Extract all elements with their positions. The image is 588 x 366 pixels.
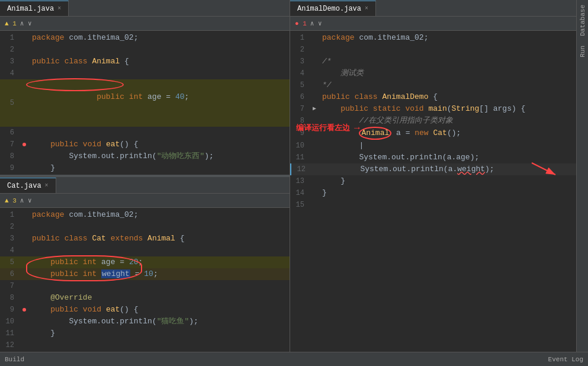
table-row: 9 Animal a = new Cat(); — [290, 127, 576, 140]
demo-nav-arrows[interactable]: ∧ ∨ — [310, 20, 322, 27]
table-row: 7 — [0, 280, 290, 292]
table-row: 2 — [0, 221, 290, 233]
tab-cat-java-label: Cat.java — [7, 182, 41, 190]
cat-tab-bar: Cat.java × — [0, 177, 290, 194]
table-row: 9 } — [0, 162, 290, 174]
cat-nav-arrows[interactable]: ∧ ∨ — [20, 197, 32, 204]
event-log-label[interactable]: Event Log — [548, 356, 583, 363]
table-row: 3 /* — [290, 56, 576, 68]
table-row: 13 } — [290, 175, 576, 187]
table-row: 10 System.out.println("猫吃鱼"); — [0, 316, 290, 328]
demo-error: ● 1 — [295, 20, 307, 27]
table-row: 9 public void eat() { — [0, 304, 290, 316]
table-row: 6 public class AnimalDemo { — [290, 91, 576, 103]
table-row: 7 public void eat() { — [0, 139, 290, 150]
tab-animal-demo-label: AnimalDemo.java — [297, 5, 361, 13]
tab-animal-java[interactable]: Animal.java × — [0, 1, 69, 16]
table-row: 4 测试类 — [290, 68, 576, 79]
build-label[interactable]: Build — [5, 356, 24, 363]
table-row: 1 package com.itheima_02; — [0, 32, 290, 44]
table-row: 2 — [290, 44, 576, 56]
demo-info-bar: ● 1 ∧ ∨ — [290, 17, 576, 31]
bottom-bar: Build Event Log — [0, 352, 588, 366]
table-row: 12 System.out.println(a.weight); — [290, 163, 576, 175]
table-row: 8 System.out.println("动物吃东西"); — [0, 150, 290, 162]
animal-java-editor[interactable]: 1 package com.itheima_02; 2 3 public cla… — [0, 31, 290, 175]
animal-info-bar: ▲ 1 ∧ ∨ — [0, 17, 290, 31]
table-row: 1 package com.itheima_02; — [0, 209, 290, 221]
cat-java-code: 1 package com.itheima_02; 2 3 public cla… — [0, 208, 290, 352]
cat-java-editor[interactable]: 1 package com.itheima_02; 2 3 public cla… — [0, 208, 290, 352]
tab-animal-java-label: Animal.java — [7, 5, 54, 13]
table-row: 10 | — [290, 140, 576, 152]
animal-demo-code: 1 package com.itheima_02; 2 3 /* 4 — [290, 31, 576, 212]
table-row: 3 public class Cat extends Animal { — [0, 233, 290, 245]
table-row: 5 public int age = 20; — [0, 256, 290, 268]
table-row: 5 public int age = 40; — [0, 79, 290, 127]
cat-info-bar: ▲ 3 ∧ ∨ — [0, 194, 290, 208]
table-row: 13 public void playGame() { — [0, 351, 290, 352]
table-row: 15 — [290, 199, 576, 211]
demo-tab-bar: AnimalDemo.java × — [290, 0, 576, 17]
expand-icon: ▶ — [313, 103, 316, 115]
table-row: 12 — [0, 339, 290, 351]
table-row: 1 package com.itheima_02; — [290, 32, 576, 44]
table-row: 11 } — [0, 328, 290, 339]
table-row: 2 — [0, 44, 290, 56]
table-row: 10 — [0, 174, 290, 175]
tab-animal-demo-java[interactable]: AnimalDemo.java × — [290, 1, 376, 16]
table-row: 3 public class Animal { — [0, 56, 290, 68]
right-sidebar: Database Run — [576, 0, 588, 352]
animal-tab-bar: Animal.java × — [0, 0, 290, 17]
tab-cat-java[interactable]: Cat.java × — [0, 178, 56, 193]
table-row: 5 */ — [290, 79, 576, 91]
table-row: 6 public int weight = 10; — [0, 268, 290, 280]
table-row: 11 System.out.println(a.age); — [290, 152, 576, 163]
tab-animal-demo-close[interactable]: × — [365, 5, 368, 12]
error-indicator — [23, 143, 26, 146]
animal-warning: ▲ 1 — [5, 20, 17, 27]
sidebar-tab-database[interactable]: Database — [578, 0, 587, 41]
animal-java-code: 1 package com.itheima_02; 2 3 public cla… — [0, 31, 290, 175]
table-row: 14 } — [290, 187, 576, 199]
tab-cat-java-close[interactable]: × — [45, 182, 49, 189]
table-row: 4 — [0, 245, 290, 256]
table-row: 4 — [0, 68, 290, 79]
animal-demo-editor[interactable]: 编译运行看左边 → 1 package com.i — [290, 31, 576, 352]
table-row: 8 //在父类引用指向子类对象 — [290, 115, 576, 127]
error-indicator — [23, 308, 26, 312]
animal-nav-arrows[interactable]: ∧ ∨ — [20, 20, 32, 27]
sidebar-tab-run[interactable]: Run — [578, 41, 587, 62]
cat-warning: ▲ 3 — [5, 197, 17, 204]
table-row: 7 ▶ public static void main(String[] arg… — [290, 103, 576, 115]
table-row: 6 — [0, 127, 290, 139]
tab-animal-java-close[interactable]: × — [57, 5, 61, 12]
table-row: 8 @Override — [0, 292, 290, 304]
